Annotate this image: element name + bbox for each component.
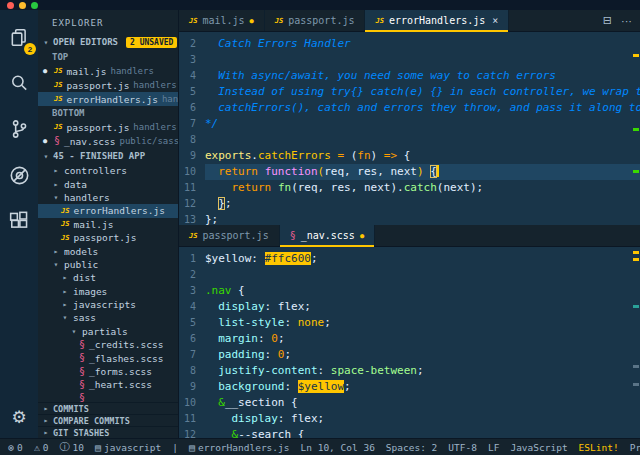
folder-name: handlers: [64, 192, 110, 203]
overview-ruler-mark: [633, 258, 639, 261]
tree-item-sass[interactable]: ▾sass: [38, 311, 178, 324]
more-actions-button[interactable]: ···: [621, 15, 632, 27]
language-mode[interactable]: JavaScript: [510, 442, 567, 453]
tree-item-_heart.scss[interactable]: §_heart.scss: [38, 378, 178, 391]
token: ): [417, 165, 424, 178]
code-line[interactable]: 9exports.catchErrors = (fn) => {: [179, 148, 640, 164]
activity-extensions-button[interactable]: [4, 206, 34, 236]
tree-item-_forms.scss[interactable]: §_forms.scss: [38, 365, 178, 378]
open-editors-header[interactable]: ▾ OPEN EDITORS 2 UNSAVED: [38, 34, 178, 50]
prettier-status[interactable]: Prettier: ✓: [630, 442, 640, 453]
code-line[interactable]: 9 background: $yellow;: [179, 379, 640, 395]
panel-git-stashes[interactable]: ▸GIT STASHES: [38, 426, 178, 438]
code-line[interactable]: 2 Catch Errors Handler: [179, 36, 640, 52]
activity-debug-button[interactable]: [4, 160, 34, 190]
code-line[interactable]: 8 justify-content: space-between;: [179, 363, 640, 379]
code-line[interactable]: 6 margin: 0;: [179, 331, 640, 347]
code-line[interactable]: 10 &__section {: [179, 395, 640, 411]
folder-root-header[interactable]: ▾ 45 - FINISHED APP: [38, 148, 178, 164]
tree-item-handlers[interactable]: ▾handlers: [38, 191, 178, 204]
eol-sequence[interactable]: LF: [488, 442, 499, 453]
encoding[interactable]: UTF-8: [448, 442, 477, 453]
tree-item-data[interactable]: ▸data: [38, 177, 178, 190]
open-editor-item[interactable]: ●§_nav.scsspublic/sass/pa…: [38, 134, 178, 148]
open-editor-item[interactable]: ●JSmail.jshandlers: [38, 64, 178, 78]
activity-search-button[interactable]: [4, 68, 34, 98]
activity-source-control-button[interactable]: [4, 114, 34, 144]
indentation[interactable]: Spaces: 2: [386, 442, 437, 453]
editor-pane-top[interactable]: 1/*2 Catch Errors Handler34 With async/a…: [179, 32, 640, 225]
window-minimize-button[interactable]: [19, 2, 26, 9]
open-editor-item[interactable]: JSerrorHandlers.jshandler…: [38, 92, 178, 106]
code-line[interactable]: 7 padding: 0;: [179, 347, 640, 363]
code-line[interactable]: 2: [179, 267, 640, 283]
close-icon[interactable]: ×: [492, 15, 498, 26]
problems-errors[interactable]: ⊗0: [8, 442, 23, 453]
folder-name: data: [64, 179, 87, 190]
code-line[interactable]: 11 return fn(req, res, next).catch(next)…: [179, 180, 640, 196]
activity-explorer-button[interactable]: 2: [4, 22, 34, 52]
tab-label: passport.js: [288, 15, 354, 26]
token: :: [284, 380, 297, 393]
tree-item-controllers[interactable]: ▸controllers: [38, 164, 178, 177]
open-editor-item[interactable]: JSpassport.jshandlers: [38, 78, 178, 92]
editor-pane-bottom[interactable]: 1$yellow: #ffc600;23.nav {4 display: fle…: [179, 247, 640, 438]
code-line[interactable]: 1$yellow: #ffc600;: [179, 251, 640, 267]
scss-file-icon: §: [79, 367, 85, 377]
tab-passport.js[interactable]: JSpassport.js: [265, 10, 366, 31]
tab-mail.js[interactable]: JSmail.js●: [179, 10, 265, 31]
token: __section: [225, 396, 285, 409]
panel-compare-commits[interactable]: ▸COMPARE COMMITS: [38, 414, 178, 426]
active-file-indicator[interactable]: ▤errorHandlers.js: [189, 442, 290, 453]
problems-warnings[interactable]: ⚠0: [34, 442, 49, 453]
file-icon: ▤: [95, 442, 101, 453]
code-line[interactable]: 10 return function(req, res, next) {: [179, 164, 640, 180]
open-editor-path: handlers: [133, 122, 176, 132]
code-line[interactable]: 11 display: flex;: [179, 411, 640, 427]
tree-item-passport.js[interactable]: JSpassport.js: [38, 231, 178, 244]
tree-item-public[interactable]: ▾public: [38, 258, 178, 271]
token: :: [284, 316, 297, 329]
tree-item-_flashes.scss[interactable]: §_flashes.scss: [38, 351, 178, 364]
tree-item-javascripts[interactable]: ▸javascripts: [38, 298, 178, 311]
open-editors-group-label: BOTTOM: [38, 106, 178, 120]
code-line[interactable]: 7*/: [179, 116, 640, 132]
window-close-button[interactable]: [7, 2, 14, 9]
tree-item-dist[interactable]: ▸dist: [38, 271, 178, 284]
code-line[interactable]: 13};: [179, 212, 640, 225]
tab-passport.js[interactable]: JSpassport.js: [179, 225, 280, 246]
cursor-position[interactable]: Ln 10, Col 36: [301, 442, 375, 453]
token: display: [218, 300, 264, 313]
code-line[interactable]: 3.nav {: [179, 283, 640, 299]
eslint-status[interactable]: ESLint!: [579, 442, 619, 453]
token: --search: [238, 428, 291, 438]
code-line[interactable]: 5 list-style: none;: [179, 315, 640, 331]
problems-info[interactable]: ⓘ10: [60, 440, 84, 454]
open-editor-item[interactable]: JSpassport.jshandlers: [38, 120, 178, 134]
tree-item-models[interactable]: ▸models: [38, 244, 178, 257]
tree-item-images[interactable]: ▸images: [38, 285, 178, 298]
tree-item-_credits.scss[interactable]: §_credits.scss: [38, 338, 178, 351]
settings-gear-icon[interactable]: ⚙: [11, 407, 26, 428]
split-editor-button[interactable]: ⊟: [603, 14, 612, 27]
code-line[interactable]: 12 };: [179, 196, 640, 212]
code-line[interactable]: 4 With async/await, you need some way to…: [179, 68, 640, 84]
token: display: [232, 412, 278, 425]
tree-item-partials[interactable]: ▾partials: [38, 325, 178, 338]
tree-item-mail.js[interactable]: JSmail.js: [38, 218, 178, 231]
code-line[interactable]: 4 display: flex;: [179, 299, 640, 315]
code-line[interactable]: 12 &--search {: [179, 427, 640, 438]
code-line[interactable]: 8: [179, 132, 640, 148]
active-language-indicator[interactable]: ▤javascript: [95, 442, 161, 453]
tree-item-errorHandlers.js[interactable]: JSerrorHandlers.js: [38, 204, 178, 217]
code-line[interactable]: 5 Instead of using try{} catch(e) {} in …: [179, 84, 640, 100]
tab-errorHandlers.js[interactable]: JSerrorHandlers.js×: [365, 10, 509, 31]
open-editor-path: handler…: [162, 94, 178, 104]
window-maximize-button[interactable]: [31, 2, 38, 9]
line-number: 6: [179, 100, 205, 116]
tab-_nav.scss[interactable]: §_nav.scss●: [280, 225, 375, 246]
panel-commits[interactable]: ▸COMMITS: [38, 402, 178, 414]
code-line[interactable]: 3: [179, 52, 640, 68]
tree-item-partial[interactable]: §: [38, 392, 178, 402]
code-line[interactable]: 6 catchErrors(), catch and errors they t…: [179, 100, 640, 116]
